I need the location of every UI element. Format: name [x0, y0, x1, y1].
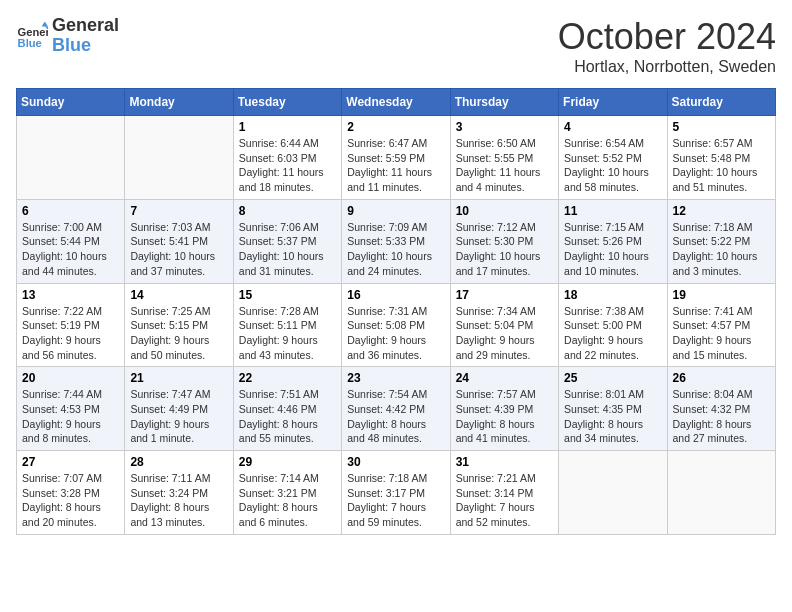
day-cell [559, 451, 667, 535]
day-number: 21 [130, 371, 227, 385]
day-detail: Sunrise: 7:57 AM Sunset: 4:39 PM Dayligh… [456, 387, 553, 446]
col-header-thursday: Thursday [450, 89, 558, 116]
day-detail: Sunrise: 6:57 AM Sunset: 5:48 PM Dayligh… [673, 136, 770, 195]
day-number: 8 [239, 204, 336, 218]
week-row-4: 20Sunrise: 7:44 AM Sunset: 4:53 PM Dayli… [17, 367, 776, 451]
day-number: 2 [347, 120, 444, 134]
logo-line1: General [52, 16, 119, 36]
col-header-monday: Monday [125, 89, 233, 116]
day-detail: Sunrise: 6:54 AM Sunset: 5:52 PM Dayligh… [564, 136, 661, 195]
day-cell: 8Sunrise: 7:06 AM Sunset: 5:37 PM Daylig… [233, 199, 341, 283]
day-detail: Sunrise: 7:44 AM Sunset: 4:53 PM Dayligh… [22, 387, 119, 446]
day-cell: 16Sunrise: 7:31 AM Sunset: 5:08 PM Dayli… [342, 283, 450, 367]
day-cell: 26Sunrise: 8:04 AM Sunset: 4:32 PM Dayli… [667, 367, 775, 451]
day-detail: Sunrise: 7:47 AM Sunset: 4:49 PM Dayligh… [130, 387, 227, 446]
day-number: 14 [130, 288, 227, 302]
day-number: 26 [673, 371, 770, 385]
day-cell: 30Sunrise: 7:18 AM Sunset: 3:17 PM Dayli… [342, 451, 450, 535]
month-title: October 2024 [558, 16, 776, 58]
day-detail: Sunrise: 7:21 AM Sunset: 3:14 PM Dayligh… [456, 471, 553, 530]
day-number: 29 [239, 455, 336, 469]
day-detail: Sunrise: 7:12 AM Sunset: 5:30 PM Dayligh… [456, 220, 553, 279]
logo-text: General Blue [52, 16, 119, 56]
day-number: 22 [239, 371, 336, 385]
day-number: 18 [564, 288, 661, 302]
day-detail: Sunrise: 7:28 AM Sunset: 5:11 PM Dayligh… [239, 304, 336, 363]
page-header: General Blue General Blue October 2024 H… [16, 16, 776, 76]
day-cell: 13Sunrise: 7:22 AM Sunset: 5:19 PM Dayli… [17, 283, 125, 367]
day-number: 27 [22, 455, 119, 469]
header-row: SundayMondayTuesdayWednesdayThursdayFrid… [17, 89, 776, 116]
logo-line2: Blue [52, 36, 119, 56]
day-cell: 28Sunrise: 7:11 AM Sunset: 3:24 PM Dayli… [125, 451, 233, 535]
day-detail: Sunrise: 6:47 AM Sunset: 5:59 PM Dayligh… [347, 136, 444, 195]
day-number: 17 [456, 288, 553, 302]
day-number: 6 [22, 204, 119, 218]
day-number: 15 [239, 288, 336, 302]
day-cell: 17Sunrise: 7:34 AM Sunset: 5:04 PM Dayli… [450, 283, 558, 367]
calendar-body: 1Sunrise: 6:44 AM Sunset: 6:03 PM Daylig… [17, 116, 776, 535]
day-number: 24 [456, 371, 553, 385]
day-cell: 21Sunrise: 7:47 AM Sunset: 4:49 PM Dayli… [125, 367, 233, 451]
day-detail: Sunrise: 7:34 AM Sunset: 5:04 PM Dayligh… [456, 304, 553, 363]
day-cell [667, 451, 775, 535]
day-detail: Sunrise: 7:00 AM Sunset: 5:44 PM Dayligh… [22, 220, 119, 279]
day-cell: 29Sunrise: 7:14 AM Sunset: 3:21 PM Dayli… [233, 451, 341, 535]
day-detail: Sunrise: 7:18 AM Sunset: 3:17 PM Dayligh… [347, 471, 444, 530]
logo-icon: General Blue [16, 20, 48, 52]
day-cell: 25Sunrise: 8:01 AM Sunset: 4:35 PM Dayli… [559, 367, 667, 451]
day-cell: 22Sunrise: 7:51 AM Sunset: 4:46 PM Dayli… [233, 367, 341, 451]
day-cell: 23Sunrise: 7:54 AM Sunset: 4:42 PM Dayli… [342, 367, 450, 451]
day-cell: 5Sunrise: 6:57 AM Sunset: 5:48 PM Daylig… [667, 116, 775, 200]
day-number: 30 [347, 455, 444, 469]
day-cell [17, 116, 125, 200]
day-cell: 7Sunrise: 7:03 AM Sunset: 5:41 PM Daylig… [125, 199, 233, 283]
day-number: 19 [673, 288, 770, 302]
day-detail: Sunrise: 7:22 AM Sunset: 5:19 PM Dayligh… [22, 304, 119, 363]
week-row-2: 6Sunrise: 7:00 AM Sunset: 5:44 PM Daylig… [17, 199, 776, 283]
week-row-3: 13Sunrise: 7:22 AM Sunset: 5:19 PM Dayli… [17, 283, 776, 367]
day-detail: Sunrise: 8:01 AM Sunset: 4:35 PM Dayligh… [564, 387, 661, 446]
day-number: 5 [673, 120, 770, 134]
day-detail: Sunrise: 7:18 AM Sunset: 5:22 PM Dayligh… [673, 220, 770, 279]
day-cell: 19Sunrise: 7:41 AM Sunset: 4:57 PM Dayli… [667, 283, 775, 367]
day-cell: 1Sunrise: 6:44 AM Sunset: 6:03 PM Daylig… [233, 116, 341, 200]
day-cell: 18Sunrise: 7:38 AM Sunset: 5:00 PM Dayli… [559, 283, 667, 367]
day-detail: Sunrise: 7:15 AM Sunset: 5:26 PM Dayligh… [564, 220, 661, 279]
day-detail: Sunrise: 7:38 AM Sunset: 5:00 PM Dayligh… [564, 304, 661, 363]
day-cell: 15Sunrise: 7:28 AM Sunset: 5:11 PM Dayli… [233, 283, 341, 367]
week-row-1: 1Sunrise: 6:44 AM Sunset: 6:03 PM Daylig… [17, 116, 776, 200]
day-number: 31 [456, 455, 553, 469]
day-cell: 10Sunrise: 7:12 AM Sunset: 5:30 PM Dayli… [450, 199, 558, 283]
logo: General Blue General Blue [16, 16, 119, 56]
day-detail: Sunrise: 7:06 AM Sunset: 5:37 PM Dayligh… [239, 220, 336, 279]
day-detail: Sunrise: 7:09 AM Sunset: 5:33 PM Dayligh… [347, 220, 444, 279]
day-number: 10 [456, 204, 553, 218]
col-header-sunday: Sunday [17, 89, 125, 116]
day-detail: Sunrise: 7:41 AM Sunset: 4:57 PM Dayligh… [673, 304, 770, 363]
day-cell: 31Sunrise: 7:21 AM Sunset: 3:14 PM Dayli… [450, 451, 558, 535]
day-number: 9 [347, 204, 444, 218]
calendar-table: SundayMondayTuesdayWednesdayThursdayFrid… [16, 88, 776, 535]
day-detail: Sunrise: 7:07 AM Sunset: 3:28 PM Dayligh… [22, 471, 119, 530]
day-number: 12 [673, 204, 770, 218]
day-detail: Sunrise: 7:31 AM Sunset: 5:08 PM Dayligh… [347, 304, 444, 363]
col-header-tuesday: Tuesday [233, 89, 341, 116]
day-cell [125, 116, 233, 200]
day-detail: Sunrise: 6:50 AM Sunset: 5:55 PM Dayligh… [456, 136, 553, 195]
calendar-header: SundayMondayTuesdayWednesdayThursdayFrid… [17, 89, 776, 116]
day-cell: 2Sunrise: 6:47 AM Sunset: 5:59 PM Daylig… [342, 116, 450, 200]
day-number: 23 [347, 371, 444, 385]
day-detail: Sunrise: 7:54 AM Sunset: 4:42 PM Dayligh… [347, 387, 444, 446]
day-number: 1 [239, 120, 336, 134]
svg-text:Blue: Blue [18, 37, 42, 49]
col-header-wednesday: Wednesday [342, 89, 450, 116]
day-cell: 11Sunrise: 7:15 AM Sunset: 5:26 PM Dayli… [559, 199, 667, 283]
day-cell: 4Sunrise: 6:54 AM Sunset: 5:52 PM Daylig… [559, 116, 667, 200]
day-detail: Sunrise: 7:51 AM Sunset: 4:46 PM Dayligh… [239, 387, 336, 446]
day-cell: 3Sunrise: 6:50 AM Sunset: 5:55 PM Daylig… [450, 116, 558, 200]
day-detail: Sunrise: 6:44 AM Sunset: 6:03 PM Dayligh… [239, 136, 336, 195]
day-detail: Sunrise: 8:04 AM Sunset: 4:32 PM Dayligh… [673, 387, 770, 446]
week-row-5: 27Sunrise: 7:07 AM Sunset: 3:28 PM Dayli… [17, 451, 776, 535]
day-cell: 24Sunrise: 7:57 AM Sunset: 4:39 PM Dayli… [450, 367, 558, 451]
